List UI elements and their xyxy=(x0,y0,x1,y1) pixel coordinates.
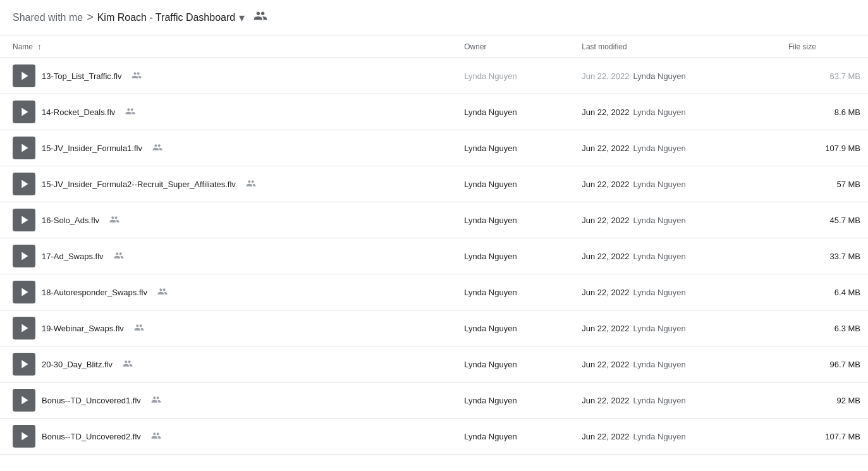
size-cell: 6.4 MB xyxy=(781,274,868,310)
shared-icon xyxy=(114,250,124,262)
file-type-icon xyxy=(13,317,35,339)
modified-cell: Jun 22, 2022Lynda Nguyen xyxy=(574,419,781,455)
modified-date: Jun 22, 2022 xyxy=(582,144,629,153)
modified-by: Lynda Nguyen xyxy=(633,144,685,153)
file-type-icon xyxy=(13,425,35,448)
file-name[interactable]: Bonus--TD_Uncovered2.flv xyxy=(42,432,141,441)
modified-cell: Jun 22, 2022Lynda Nguyen xyxy=(574,382,781,419)
shared-icon xyxy=(131,70,142,82)
table-row[interactable]: 18-Autoresponder_Swaps.flvLynda NguyenJu… xyxy=(0,274,868,310)
col-header-owner: Owner xyxy=(456,35,574,58)
modified-date: Jun 22, 2022 xyxy=(582,252,629,261)
modified-cell: Jun 22, 2022Lynda Nguyen xyxy=(574,166,781,202)
file-name-cell: Bonus--TD_Uncovered1.flv xyxy=(0,382,456,419)
modified-date: Jun 22, 2022 xyxy=(582,107,629,117)
breadcrumb-dropdown-icon[interactable]: ▾ xyxy=(239,12,245,23)
col-header-name[interactable]: Name ↑ xyxy=(0,35,456,58)
file-name[interactable]: 15-JV_Insider_Formula2--Recruit_Super_Af… xyxy=(42,180,236,189)
modified-date: Jun 22, 2022 xyxy=(582,288,629,297)
breadcrumb-parent[interactable]: Shared with me xyxy=(13,12,83,23)
size-cell: 6.3 MB xyxy=(781,310,868,346)
owner-cell[interactable]: Lynda Nguyen xyxy=(456,419,574,455)
modified-date: Jun 22, 2022 xyxy=(582,396,629,405)
file-name[interactable]: 15-JV_Insider_Formula1.flv xyxy=(42,144,142,153)
table-row[interactable]: 15-JV_Insider_Formula2--Recruit_Super_Af… xyxy=(0,166,868,202)
modified-cell: Jun 22, 2022Lynda Nguyen xyxy=(574,274,781,310)
owner-cell[interactable]: Lynda Nguyen xyxy=(456,130,574,166)
size-cell: 107.9 MB xyxy=(781,130,868,166)
file-name[interactable]: 20-30_Day_Blitz.flv xyxy=(42,360,113,369)
svg-marker-0 xyxy=(21,72,28,80)
table-row[interactable]: 13-Top_List_Traffic.flvLynda NguyenJun 2… xyxy=(0,58,868,94)
file-type-icon xyxy=(13,209,35,231)
modified-by: Lynda Nguyen xyxy=(633,107,685,117)
owner-cell[interactable]: Lynda Nguyen xyxy=(456,94,574,130)
table-row[interactable]: Bonus--TD_Uncovered1.flvLynda NguyenJun … xyxy=(0,382,868,419)
table-row[interactable]: 17-Ad_Swaps.flvLynda NguyenJun 22, 2022L… xyxy=(0,238,868,274)
file-type-icon xyxy=(13,245,35,267)
file-name[interactable]: 14-Rocket_Deals.flv xyxy=(42,107,115,117)
file-name-cell: 16-Solo_Ads.flv xyxy=(0,202,456,238)
file-name[interactable]: Bonus--TD_Uncovered1.flv xyxy=(42,396,141,405)
owner-cell[interactable]: Lynda Nguyen xyxy=(456,166,574,202)
file-name-cell: 18-Autoresponder_Swaps.flv xyxy=(0,274,456,310)
table-row[interactable]: Bonus--TD_Uncovered2.flvLynda NguyenJun … xyxy=(0,419,868,455)
svg-marker-4 xyxy=(21,216,28,224)
table-row[interactable]: 14-Rocket_Deals.flvLynda NguyenJun 22, 2… xyxy=(0,94,868,130)
owner-cell[interactable]: Lynda Nguyen xyxy=(456,310,574,346)
modified-by: Lynda Nguyen xyxy=(633,180,685,189)
file-name[interactable]: 17-Ad_Swaps.flv xyxy=(42,252,104,261)
owner-cell[interactable]: Lynda Nguyen xyxy=(456,382,574,419)
file-type-icon xyxy=(13,281,35,303)
file-type-icon xyxy=(13,137,35,159)
svg-marker-1 xyxy=(21,108,28,116)
shared-icon xyxy=(123,358,133,370)
shared-icon xyxy=(125,106,135,118)
modified-by: Lynda Nguyen xyxy=(633,432,685,441)
file-name[interactable]: 19-Webinar_Swaps.flv xyxy=(42,324,124,333)
svg-marker-2 xyxy=(21,144,28,152)
modified-by: Lynda Nguyen xyxy=(633,252,685,261)
file-type-icon xyxy=(13,389,35,412)
shared-icon xyxy=(152,142,162,154)
owner-cell[interactable]: Lynda Nguyen xyxy=(456,202,574,238)
shared-icon xyxy=(157,286,168,298)
modified-by: Lynda Nguyen xyxy=(633,324,685,333)
table-row[interactable]: 19-Webinar_Swaps.flvLynda NguyenJun 22, … xyxy=(0,310,868,346)
size-cell: 57 MB xyxy=(781,166,868,202)
table-row[interactable]: 20-30_Day_Blitz.flvLynda NguyenJun 22, 2… xyxy=(0,346,868,382)
file-name[interactable]: 13-Top_List_Traffic.flv xyxy=(42,71,121,81)
table-row[interactable]: 15-JV_Insider_Formula1.flvLynda NguyenJu… xyxy=(0,130,868,166)
file-type-icon xyxy=(13,101,35,123)
file-name-cell: 13-Top_List_Traffic.flv xyxy=(0,58,456,94)
file-type-icon xyxy=(13,173,35,195)
svg-marker-9 xyxy=(21,396,28,405)
modified-cell: Jun 22, 2022Lynda Nguyen xyxy=(574,346,781,382)
shared-icon xyxy=(151,395,161,407)
breadcrumb-people-icon[interactable] xyxy=(254,9,267,26)
breadcrumb-bar: Shared with me > Kim Roach - Traffic Das… xyxy=(0,0,868,35)
file-type-icon xyxy=(13,64,35,87)
modified-by: Lynda Nguyen xyxy=(633,71,685,81)
table-row[interactable]: 16-Solo_Ads.flvLynda NguyenJun 22, 2022L… xyxy=(0,202,868,238)
svg-marker-3 xyxy=(21,180,28,188)
modified-by: Lynda Nguyen xyxy=(633,288,685,297)
file-name[interactable]: 18-Autoresponder_Swaps.flv xyxy=(42,288,147,297)
size-cell: 8.6 MB xyxy=(781,94,868,130)
owner-cell[interactable]: Lynda Nguyen xyxy=(456,58,574,94)
svg-marker-8 xyxy=(21,360,28,369)
file-name-cell: 19-Webinar_Swaps.flv xyxy=(0,310,456,346)
owner-cell[interactable]: Lynda Nguyen xyxy=(456,346,574,382)
size-cell: 63.7 MB xyxy=(781,58,868,94)
modified-date: Jun 22, 2022 xyxy=(582,360,629,369)
owner-cell[interactable]: Lynda Nguyen xyxy=(456,238,574,274)
modified-cell: Jun 22, 2022Lynda Nguyen xyxy=(574,202,781,238)
svg-marker-7 xyxy=(21,324,28,333)
modified-cell: Jun 22, 2022Lynda Nguyen xyxy=(574,238,781,274)
svg-marker-5 xyxy=(21,252,28,260)
file-name-cell: 15-JV_Insider_Formula1.flv xyxy=(0,130,456,166)
owner-cell[interactable]: Lynda Nguyen xyxy=(456,274,574,310)
file-name[interactable]: 16-Solo_Ads.flv xyxy=(42,216,99,225)
file-type-icon xyxy=(13,353,35,376)
breadcrumb-separator: > xyxy=(87,11,94,24)
